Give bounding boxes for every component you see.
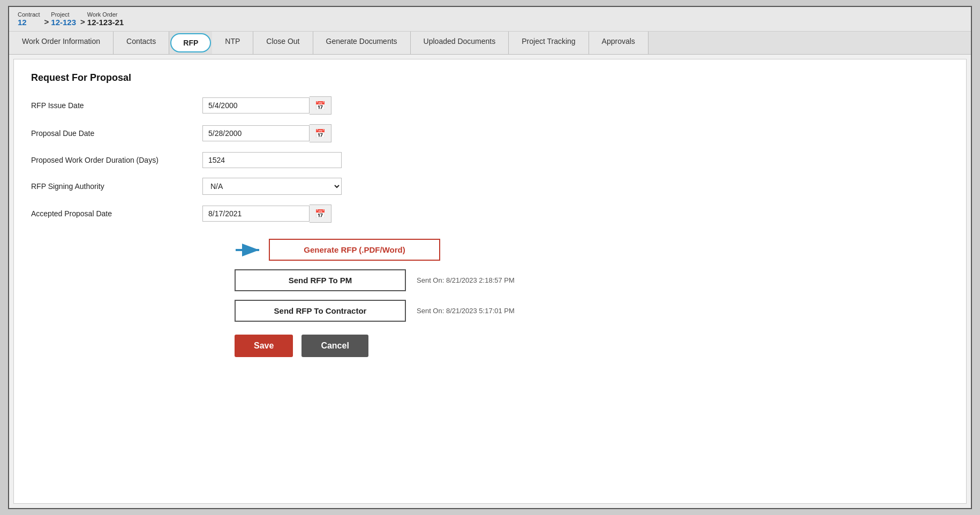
duration-input-group [202,152,342,168]
project-label: Project [51,11,76,18]
workorder-value: 12-123-21 [87,18,124,27]
accepted-proposal-date-field[interactable] [202,206,310,222]
tab-generate-documents[interactable]: Generate Documents [313,32,411,54]
duration-row: Proposed Work Order Duration (Days) [31,152,949,168]
rfp-issue-date-calendar-btn[interactable]: 📅 [310,96,331,115]
save-button[interactable]: Save [235,335,293,357]
accepted-proposal-date-row: Accepted Proposal Date 📅 [31,205,949,223]
breadcrumb-bar: Contract 12 > Project 12-123 > Work Orde… [9,7,971,32]
tab-rfp[interactable]: RFP [170,33,211,52]
content-area: Request For Proposal RFP Issue Date 📅 Pr… [13,59,967,504]
send-rfp-contractor-row: Send RFP To Contractor Sent On: 8/21/202… [235,300,949,322]
calendar-icon: 📅 [315,101,326,111]
accepted-proposal-date-input-group: 📅 [202,205,331,223]
proposal-due-date-label: Proposal Due Date [31,129,202,138]
tab-contacts[interactable]: Contacts [114,32,169,54]
cancel-button[interactable]: Cancel [301,335,368,357]
tab-ntp[interactable]: NTP [212,32,253,54]
section-title: Request For Proposal [31,72,949,84]
calendar-icon-3: 📅 [315,209,326,219]
accepted-proposal-date-label: Accepted Proposal Date [31,209,202,218]
signing-authority-select[interactable]: N/A PM Director Deputy Director [202,178,342,195]
main-window: Contract 12 > Project 12-123 > Work Orde… [8,6,972,509]
contract-link[interactable]: 12 [18,18,40,27]
calendar-icon-2: 📅 [315,128,326,139]
signing-authority-label: RFP Signing Authority [31,182,202,191]
generate-rfp-row: Generate RFP (.PDF/Word) [235,239,949,261]
workorder-label: Work Order [87,11,124,18]
separator-2: > [80,17,85,27]
proposal-due-date-input-group: 📅 [202,124,331,142]
rfp-issue-date-field[interactable] [202,97,310,113]
footer-row: Save Cancel [235,335,949,357]
generate-rfp-button[interactable]: Generate RFP (.PDF/Word) [269,239,440,261]
arrow-right-icon [235,241,265,259]
arrow-container [235,241,265,259]
tab-work-order-information[interactable]: Work Order Information [9,32,114,54]
tab-close-out[interactable]: Close Out [253,32,313,54]
send-rfp-pm-row: Send RFP To PM Sent On: 8/21/2023 2:18:5… [235,269,949,291]
accepted-proposal-date-calendar-btn[interactable]: 📅 [310,205,331,223]
send-rfp-contractor-button[interactable]: Send RFP To Contractor [235,300,406,322]
rfp-issue-date-row: RFP Issue Date 📅 [31,96,949,115]
tab-uploaded-documents[interactable]: Uploaded Documents [411,32,509,54]
duration-field[interactable] [202,152,342,168]
signing-authority-input-group: N/A PM Director Deputy Director [202,178,342,195]
signing-authority-row: RFP Signing Authority N/A PM Director De… [31,178,949,195]
contract-label: Contract [18,11,40,18]
proposal-due-date-row: Proposal Due Date 📅 [31,124,949,142]
project-link[interactable]: 12-123 [51,18,76,27]
proposal-due-date-calendar-btn[interactable]: 📅 [310,124,331,142]
contract-section: Contract 12 [18,11,40,27]
send-rfp-contractor-sent-info: Sent On: 8/21/2023 5:17:01 PM [417,307,515,315]
rfp-issue-date-label: RFP Issue Date [31,101,202,110]
send-rfp-pm-sent-info: Sent On: 8/21/2023 2:18:57 PM [417,276,515,284]
tab-project-tracking[interactable]: Project Tracking [509,32,589,54]
tab-approvals[interactable]: Approvals [589,32,649,54]
proposal-due-date-field[interactable] [202,125,310,141]
tab-bar: Work Order Information Contacts RFP NTP … [9,32,971,55]
rfp-issue-date-input-group: 📅 [202,96,331,115]
generate-rfp-section: Generate RFP (.PDF/Word) Send RFP To PM … [31,239,949,322]
workorder-section: Work Order 12-123-21 [87,11,124,27]
duration-label: Proposed Work Order Duration (Days) [31,156,202,164]
separator-1: > [44,17,49,27]
send-rfp-pm-button[interactable]: Send RFP To PM [235,269,406,291]
project-section: Project 12-123 [51,11,76,27]
